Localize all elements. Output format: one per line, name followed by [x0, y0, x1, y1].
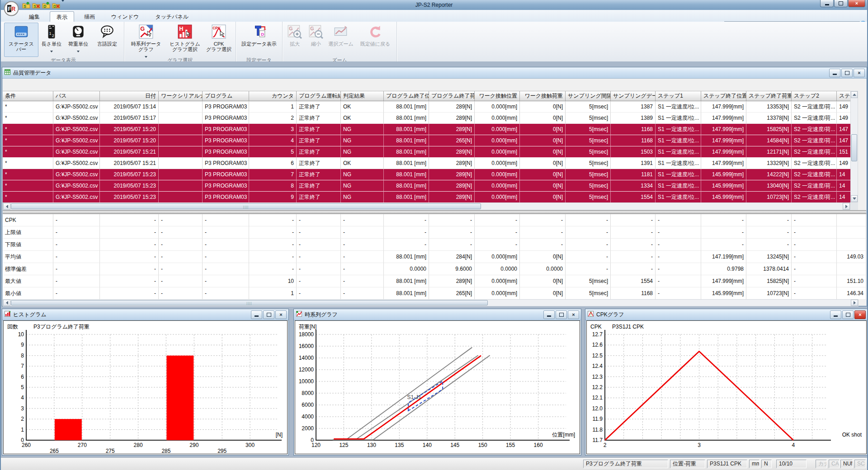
quality-close-button[interactable]: ×	[854, 69, 865, 77]
ribbon-button-zoom-out[interactable]: G縮小	[306, 23, 326, 57]
column-header[interactable]: ワーク接触位置	[475, 91, 520, 101]
table-row[interactable]: *G:¥JP-S5002.csv2019/05/07 15:21P3 PROGR…	[3, 158, 850, 169]
table-cell: 5[msec]	[566, 113, 611, 124]
table-row[interactable]: *G:¥JP-S5002.csv2019/05/07 15:23P3 PROGR…	[3, 180, 850, 192]
close-s-file-button[interactable]: S	[32, 0, 40, 9]
ribbon-button-speech[interactable]: 言語設定	[92, 23, 123, 57]
table-horizontal-scrollbar[interactable]: ||||	[3, 202, 850, 210]
ribbon-button-zoom-reset[interactable]: 既定値に戻る	[355, 23, 395, 57]
table-stats-splitter[interactable]	[3, 210, 866, 214]
ribbon-button-h-chart[interactable]: Hヒストグラムグラフ選択	[166, 23, 203, 57]
table-cell: 1554	[611, 192, 656, 203]
timeseries-close-button[interactable]: ×	[568, 310, 579, 319]
stats-cell: -	[656, 214, 701, 226]
table-cell: 0[N]	[520, 124, 566, 135]
mdi-area: 品質管理データ × 条件パス日付ワークシリアルナン...プログラムカウンタプログ…	[1, 61, 867, 457]
cpk-minimize-button[interactable]	[830, 310, 841, 319]
quick-access-more-button[interactable]	[61, 2, 64, 8]
cpk-restore-button[interactable]	[842, 310, 854, 319]
ribbon-button-cpk-chart[interactable]: CPKCPKグラフ選択	[203, 23, 234, 57]
ribbon-button-zoom-select[interactable]: 選択ズーム	[326, 23, 355, 57]
ribbon-button-statusbar[interactable]: ステータスバー	[4, 23, 38, 57]
timeseries-chart[interactable]: S1-J112012513013514014515015516002000400…	[295, 320, 580, 454]
table-row[interactable]: *G:¥JP-S5002.csv2019/05/07 15:23P3 PROGR…	[3, 192, 850, 203]
quality-restore-button[interactable]	[841, 69, 853, 77]
tab-描画[interactable]: 描画	[78, 11, 101, 22]
cpk-chart[interactable]: 23411.711.811.912.012.112.212.312.412.51…	[586, 320, 867, 454]
histogram-chart[interactable]: 260265270275280285290295300012345678910回…	[3, 320, 288, 454]
timeseries-minimize-button[interactable]	[543, 310, 555, 319]
ribbon-button-ruler[interactable]: 12長さ単位	[38, 23, 65, 57]
table-cell: 正常終了	[297, 113, 341, 124]
column-header[interactable]: 条件	[3, 91, 53, 101]
stats-cell: -	[203, 214, 249, 226]
ribbon-button-setting-data[interactable]: D設定データ表示	[237, 23, 281, 57]
histogram-restore-button[interactable]	[263, 310, 274, 319]
table-row[interactable]: *G:¥JP-S5002.csv2019/05/07 15:23P3 PROGR…	[3, 169, 850, 180]
column-header[interactable]: プログラム	[203, 91, 249, 101]
column-header[interactable]: 日付	[100, 91, 159, 101]
table-row[interactable]: *G:¥JP-S5002.csv2019/05/07 15:20P3 PROGR…	[3, 124, 850, 135]
table-cell: OK	[341, 158, 384, 169]
table-row[interactable]: *G:¥JP-S5002.csv2019/05/07 15:17P3 PROGR…	[3, 113, 850, 124]
tab-編集[interactable]: 編集	[23, 11, 46, 22]
column-header[interactable]: ワークシリアルナン...	[159, 91, 203, 101]
quality-window-titlebar[interactable]: 品質管理データ ×	[2, 67, 867, 79]
maximize-button[interactable]	[834, 0, 848, 7]
column-header[interactable]: サンプリング間隔	[566, 91, 611, 101]
stats-row: 最大値----10--88.001 [mm]289[N]0.000[mm]0[N…	[3, 275, 867, 287]
table-cell: G:¥JP-S5002.csv	[53, 158, 100, 169]
close-button[interactable]: ×	[848, 0, 865, 7]
column-header[interactable]: ステップ終了荷重1	[746, 91, 792, 101]
table-row[interactable]: *G:¥JP-S5002.csv2019/05/07 15:14P3 PROGR…	[3, 101, 850, 113]
tab-タッチパネル[interactable]: タッチパネル	[149, 11, 195, 22]
stats-cell: 1554	[611, 275, 656, 287]
ribbon-group-buttons: G拡大G縮小選択ズーム既定値に戻る	[284, 23, 395, 57]
tab-表示[interactable]: 表示	[50, 11, 74, 22]
table-row[interactable]: *G:¥JP-S5002.csv2019/05/07 15:20P3 PROGR…	[3, 135, 850, 146]
histogram-window-titlebar[interactable]: ヒストグラム ×	[2, 309, 288, 320]
table-cell: *	[3, 169, 53, 180]
column-header[interactable]: パス	[53, 91, 100, 101]
column-header[interactable]: プログラム終了位置	[384, 91, 429, 101]
svg-text:280: 280	[134, 442, 143, 448]
column-header[interactable]: ステップ1	[656, 91, 701, 101]
app-logo-icon[interactable]: FR	[4, 1, 19, 16]
timeseries-restore-button[interactable]	[556, 310, 567, 319]
table-row[interactable]: *G:¥JP-S5002.csv2019/05/07 15:21P3 PROGR…	[3, 146, 850, 158]
column-header[interactable]: ワーク接触荷重	[520, 91, 566, 101]
table-cell: 0[N]	[520, 158, 566, 169]
ribbon-button-g-chart[interactable]: G時系列データグラフ	[126, 23, 166, 57]
column-header[interactable]: ステップ終了位置1	[701, 91, 746, 101]
table-cell: S2 一定速度/荷...	[792, 124, 837, 135]
ribbon-button-label: 縮小	[311, 41, 321, 47]
minimize-button[interactable]	[820, 0, 834, 7]
stats-cell: -	[53, 226, 100, 239]
close-d-file-button[interactable]: D	[52, 0, 60, 9]
column-header[interactable]: カウンタ	[249, 91, 297, 101]
timeseries-window-titlebar[interactable]: 時系列グラフ ×	[294, 309, 581, 320]
column-header[interactable]: ステップ2	[792, 91, 837, 101]
histogram-minimize-button[interactable]	[251, 310, 262, 319]
stats-horizontal-scrollbar[interactable]: ||||	[3, 299, 859, 306]
column-header[interactable]: 判定結果	[341, 91, 384, 101]
tab-ウィンドウ[interactable]: ウィンドウ	[105, 11, 145, 22]
quality-minimize-button[interactable]	[829, 69, 840, 77]
table-vertical-scrollbar[interactable]	[850, 91, 858, 202]
svg-text:12.6: 12.6	[592, 342, 603, 348]
table-cell: 1503	[611, 146, 656, 158]
ribbon-button-zoom-in[interactable]: G拡大	[284, 23, 306, 57]
ribbon-button-scale[interactable]: 荷重単位	[65, 23, 92, 57]
histogram-close-button[interactable]: ×	[275, 310, 287, 319]
open-s-file-button[interactable]: S	[22, 0, 30, 9]
column-header[interactable]: プログラム終了荷重	[429, 91, 475, 101]
stats-cell: 0.0000	[475, 263, 520, 275]
cpk-close-button[interactable]: ×	[854, 310, 866, 319]
cpk-window-titlebar[interactable]: CPKグラフ ×	[585, 309, 868, 320]
column-header[interactable]: サンプリングデータ数	[611, 91, 656, 101]
svg-text:2: 2	[604, 442, 607, 448]
svg-text:G: G	[310, 26, 314, 31]
column-header[interactable]: ステップ終了位置2	[837, 91, 850, 101]
open-d-file-button[interactable]: D	[42, 0, 50, 9]
column-header[interactable]: プログラム運転結果	[297, 91, 341, 101]
